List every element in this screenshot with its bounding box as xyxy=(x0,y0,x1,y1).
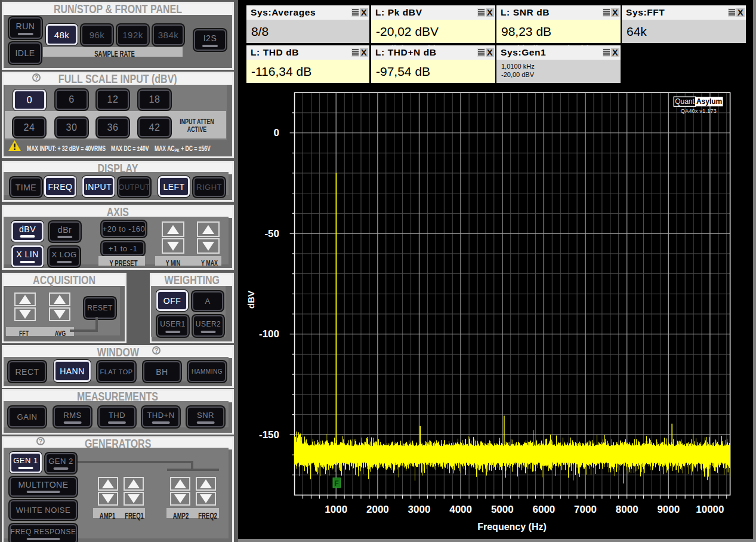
svg-text:6000: 6000 xyxy=(532,504,555,515)
svg-text:F: F xyxy=(335,479,339,488)
svg-text:-50: -50 xyxy=(264,228,279,239)
svg-text:1000: 1000 xyxy=(325,504,347,515)
svg-text:Quant: Quant xyxy=(675,97,695,106)
svg-text:Asylum: Asylum xyxy=(696,97,722,106)
svg-text:QA40x v1.173: QA40x v1.173 xyxy=(681,107,717,114)
svg-text:10000: 10000 xyxy=(696,504,724,515)
svg-text:2000: 2000 xyxy=(366,504,389,515)
svg-text:8000: 8000 xyxy=(616,504,638,515)
svg-text:dBV: dBV xyxy=(246,291,256,309)
svg-text:3000: 3000 xyxy=(408,504,431,515)
svg-text:0: 0 xyxy=(274,127,279,138)
svg-text:-150: -150 xyxy=(259,429,279,441)
svg-text:5000: 5000 xyxy=(491,504,514,515)
svg-text:4000: 4000 xyxy=(449,504,472,515)
svg-text:Frequency (Hz): Frequency (Hz) xyxy=(477,522,547,532)
svg-text:7000: 7000 xyxy=(574,504,597,515)
svg-text:-100: -100 xyxy=(259,328,279,340)
svg-text:9000: 9000 xyxy=(657,504,680,515)
